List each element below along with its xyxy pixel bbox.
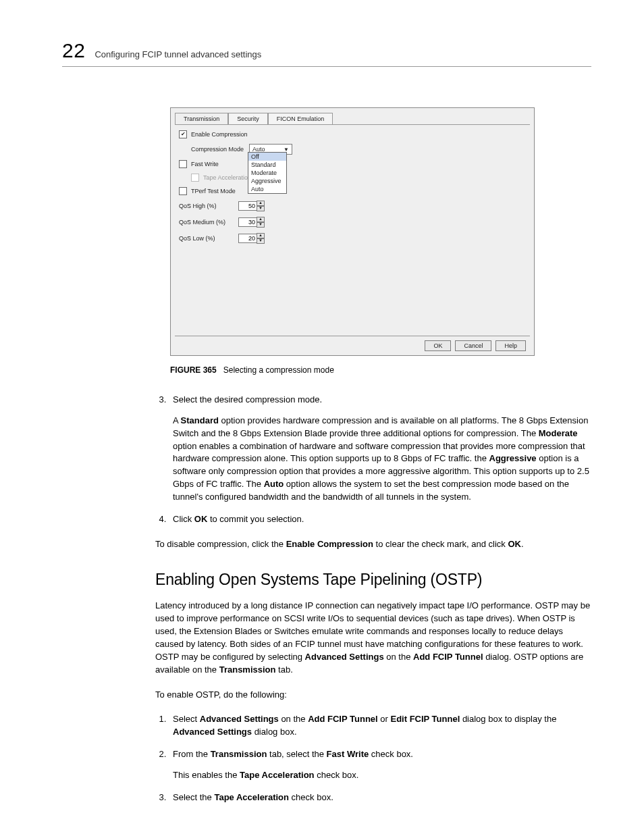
cancel-button[interactable]: Cancel: [455, 340, 491, 351]
dialog-screenshot: Transmission Security FICON Emulation En…: [170, 107, 535, 356]
dropdown-option-aggressive[interactable]: Aggressive: [248, 177, 286, 185]
ok-button[interactable]: OK: [425, 340, 451, 351]
spin-down-icon[interactable]: ▼: [257, 222, 265, 228]
fast-write-label: Fast Write: [191, 161, 219, 167]
compression-mode-label: Compression Mode: [191, 146, 245, 153]
ostp-intro: Latency introduced by a long distance IP…: [155, 600, 591, 676]
tab-security[interactable]: Security: [228, 113, 268, 125]
tape-accel-label: Tape Acceleratio: [203, 174, 248, 181]
step-3: Select the desired compression mode. A S…: [169, 394, 591, 504]
dropdown-option-moderate[interactable]: Moderate: [248, 169, 286, 177]
enable-compression-label: Enable Compression: [191, 131, 248, 138]
help-button[interactable]: Help: [495, 340, 526, 351]
fast-write-checkbox[interactable]: [179, 160, 187, 168]
ostp-lead: To enable OSTP, do the following:: [155, 689, 591, 702]
spin-up-icon[interactable]: ▲: [257, 233, 265, 238]
ostp-step-2-sub: This enables the Tape Acceleration check…: [173, 769, 591, 782]
qos-medium-spinner[interactable]: ▲▼: [238, 217, 265, 228]
figure-caption: FIGURE 365 Selecting a compression mode: [170, 365, 591, 375]
enable-compression-checkbox[interactable]: [179, 130, 187, 138]
tperf-checkbox[interactable]: [179, 187, 187, 195]
section-heading: Enabling Open Systems Tape Pipelining (O…: [155, 571, 591, 589]
qos-low-label: QoS Low (%): [179, 235, 234, 242]
tape-accel-checkbox: [191, 174, 199, 182]
spin-up-icon[interactable]: ▲: [257, 217, 265, 222]
compression-mode-dropdown[interactable]: Off Standard Moderate Aggressive Auto: [248, 152, 287, 194]
tab-transmission[interactable]: Transmission: [175, 113, 228, 125]
ostp-step-1: Select Advanced Settings on the Add FCIP…: [169, 713, 591, 739]
qos-high-label: QoS High (%): [179, 203, 234, 209]
chapter-number: 22: [62, 39, 85, 62]
dropdown-option-off[interactable]: Off: [248, 153, 286, 161]
step3-lead: Select the desired compression mode.: [173, 394, 322, 405]
header-rule: [62, 66, 591, 67]
spin-down-icon[interactable]: ▼: [257, 206, 265, 211]
step-4: Click OK to commit you selection.: [169, 513, 591, 526]
figure-label: FIGURE 365: [170, 365, 217, 375]
steps-list-a: Select the desired compression mode. A S…: [155, 394, 591, 526]
step3-para: A Standard option provides hardware comp…: [173, 415, 591, 504]
qos-medium-label: QoS Medium (%): [179, 219, 234, 226]
qos-high-input[interactable]: [238, 201, 257, 211]
tab-panel: Enable Compression Compression Mode Auto…: [175, 124, 530, 336]
steps-list-b: Select Advanced Settings on the Add FCIP…: [155, 713, 591, 804]
qos-medium-input[interactable]: [238, 217, 257, 227]
qos-low-spinner[interactable]: ▲▼: [238, 233, 265, 244]
figure-caption-text: Selecting a compression mode: [223, 365, 334, 375]
tab-bar: Transmission Security FICON Emulation: [171, 108, 534, 124]
qos-low-input[interactable]: [238, 234, 257, 243]
tab-ficon[interactable]: FICON Emulation: [268, 113, 333, 125]
ostp-step-3: Select the Tape Acceleration check box.: [169, 791, 591, 804]
chapter-title: Configuring FCIP tunnel advanced setting…: [95, 49, 261, 59]
qos-high-spinner[interactable]: ▲▼: [238, 201, 265, 211]
dropdown-option-standard[interactable]: Standard: [248, 161, 286, 169]
dropdown-option-auto[interactable]: Auto: [248, 185, 286, 193]
ostp-step-2: From the Transmission tab, select the Fa…: [169, 748, 591, 782]
tperf-label: TPerf Test Mode: [191, 188, 236, 194]
spin-up-icon[interactable]: ▲: [257, 201, 265, 206]
spin-down-icon[interactable]: ▼: [257, 238, 265, 244]
disable-compression-line: To disable compression, click the Enable…: [155, 538, 591, 551]
dialog-button-bar: OK Cancel Help: [175, 336, 530, 355]
